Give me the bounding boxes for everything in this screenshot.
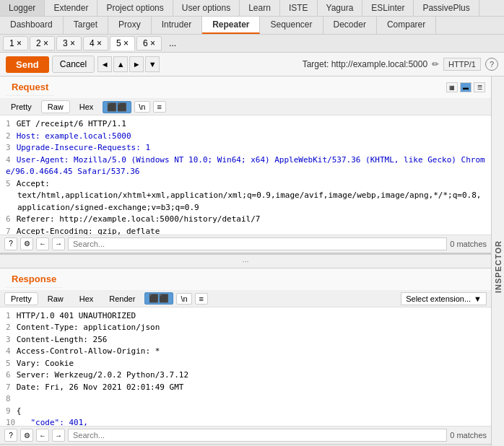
resp-line-9: 9{ <box>6 406 485 418</box>
resp-btn-newline[interactable]: \n <box>176 293 191 305</box>
resp-tab-hex[interactable]: Hex <box>73 292 100 305</box>
req-line-7: 7Accept-Encoding: gzip, deflate <box>6 226 485 235</box>
tab-2[interactable]: 2 × <box>30 36 55 51</box>
request-search-input[interactable] <box>68 237 447 250</box>
main-content: Request ▦ ▬ ☰ Pretty Raw Hex ⬛⬛ \n ≡ 1GE… <box>0 76 504 446</box>
editor-panels: Request ▦ ▬ ☰ Pretty Raw Hex ⬛⬛ \n ≡ 1GE… <box>0 76 491 446</box>
resp-line-10: 10 "code": 401, <box>6 417 485 426</box>
req-line-4: 4User-Agent: Mozilla/5.0 (Windows NT 10.… <box>6 154 485 178</box>
resp-tab-pretty[interactable]: Pretty <box>4 292 38 305</box>
cancel-button[interactable]: Cancel <box>52 56 95 73</box>
resp-line-1: 1HTTP/1.0 401 UNAUTHORIZED <box>6 310 485 323</box>
request-editor-toolbar: Pretty Raw Hex ⬛⬛ \n ≡ <box>0 99 491 115</box>
nav-user-options[interactable]: User options <box>173 0 240 16</box>
req-line-5b: text/html,application/xhtml+xml,applicat… <box>6 190 485 214</box>
toolbar: Send Cancel ◄ ▲ ► ▼ Target: http://examp… <box>0 53 504 76</box>
response-search-bar: ? ⚙ ← → 0 matches <box>0 426 491 444</box>
second-nav: Dashboard Target Proxy Intruder Repeater… <box>0 17 504 35</box>
edit-target-icon[interactable]: ✏ <box>432 59 439 69</box>
nav-back-button[interactable]: ◄ <box>97 56 112 72</box>
nav-intruder[interactable]: Intruder <box>152 17 202 34</box>
tab-more[interactable]: ... <box>163 37 182 50</box>
panel-divider[interactable]: ··· <box>0 254 491 268</box>
nav-repeater[interactable]: Repeater <box>202 17 260 34</box>
nav-learn[interactable]: Learn <box>240 0 280 16</box>
resp-btn-wrap[interactable]: ⬛⬛ <box>144 292 173 305</box>
tab-3[interactable]: 3 × <box>56 36 82 51</box>
tab-1[interactable]: 1 × <box>3 36 28 51</box>
nav-decoder[interactable]: Decoder <box>323 17 377 34</box>
request-search-bar: ? ⚙ ← → 0 matches <box>0 235 491 253</box>
response-search-input[interactable] <box>68 429 447 442</box>
req-line-6: 6Referer: http://example.local:5000/hist… <box>6 214 485 226</box>
resp-line-4: 4Access-Control-Allow-Origin: * <box>6 346 485 358</box>
extension-label: Select extension... <box>406 294 471 303</box>
req-search-prev-icon[interactable]: ← <box>36 237 49 250</box>
nav-up-button[interactable]: ▲ <box>113 56 128 72</box>
request-code-area[interactable]: 1GET /receipt/6 HTTP/1.1 2Host: example.… <box>0 115 491 235</box>
resp-line-7: 7Date: Fri, 26 Nov 2021 02:01:49 GMT <box>6 382 485 394</box>
resp-line-3: 3Content-Length: 256 <box>6 334 485 346</box>
nav-passiveplus[interactable]: PassivePlus <box>414 0 479 16</box>
resp-search-next-icon[interactable]: → <box>52 429 65 442</box>
nav-proxy[interactable]: Proxy <box>108 17 152 34</box>
req-line-1: 1GET /receipt/6 HTTP/1.1 <box>6 118 485 131</box>
request-title: Request <box>6 79 54 96</box>
req-tab-raw[interactable]: Raw <box>41 100 70 113</box>
req-tab-hex[interactable]: Hex <box>73 100 100 113</box>
request-panel: Request ▦ ▬ ☰ Pretty Raw Hex ⬛⬛ \n ≡ 1GE… <box>0 76 491 254</box>
nav-forward-button[interactable]: ► <box>129 56 144 72</box>
response-editor-toolbar: Pretty Raw Hex Render ⬛⬛ \n ≡ Select ext… <box>0 291 491 307</box>
req-btn-menu[interactable]: ≡ <box>153 101 166 113</box>
help-icon[interactable]: ? <box>485 58 498 71</box>
req-search-settings-icon[interactable]: ⚙ <box>20 237 33 250</box>
target-text: Target: http://example.local:5000 <box>303 59 427 69</box>
view-split-icon[interactable]: ▦ <box>446 82 458 92</box>
top-nav: Logger Extender Project options User opt… <box>0 0 504 17</box>
extension-selector[interactable]: Select extension... ▼ <box>401 292 487 305</box>
resp-search-settings-icon[interactable]: ⚙ <box>20 429 33 442</box>
resp-search-help-icon[interactable]: ? <box>4 429 17 442</box>
response-title: Response <box>6 271 62 288</box>
nav-iste[interactable]: ISTE <box>280 0 318 16</box>
req-tab-pretty[interactable]: Pretty <box>4 100 38 113</box>
resp-tab-raw[interactable]: Raw <box>41 292 70 305</box>
response-code-area[interactable]: 1HTTP/1.0 401 UNAUTHORIZED 2Content-Type… <box>0 307 491 427</box>
nav-comparer[interactable]: Comparer <box>377 17 436 34</box>
req-line-2: 2Host: example.local:5000 <box>6 131 485 143</box>
response-panel: Response Pretty Raw Hex Render ⬛⬛ \n ≡ S… <box>0 268 491 445</box>
request-search-count: 0 matches <box>450 240 487 248</box>
nav-yagura[interactable]: Yagura <box>318 0 363 16</box>
req-search-help-icon[interactable]: ? <box>4 237 17 250</box>
nav-project-options[interactable]: Project options <box>97 0 173 16</box>
resp-search-prev-icon[interactable]: ← <box>36 429 49 442</box>
resp-line-5: 5Vary: Cookie <box>6 358 485 370</box>
req-btn-wrap[interactable]: ⬛⬛ <box>103 101 131 113</box>
tab-6[interactable]: 6 × <box>136 36 162 51</box>
view-list-icon[interactable]: ☰ <box>474 82 485 92</box>
resp-line-2: 2Content-Type: application/json <box>6 322 485 334</box>
req-btn-newline[interactable]: \n <box>134 101 149 113</box>
resp-line-6: 6Server: Werkzeug/2.0.2 Python/3.7.12 <box>6 370 485 382</box>
resp-btn-menu[interactable]: ≡ <box>195 293 208 305</box>
inspector-label: INSPECTOR <box>494 240 503 293</box>
resp-line-8: 8 <box>6 393 485 406</box>
nav-target[interactable]: Target <box>64 17 108 34</box>
tab-5[interactable]: 5 × <box>110 36 135 51</box>
tab-4[interactable]: 4 × <box>83 36 108 51</box>
nav-eslinter[interactable]: ESLinter <box>362 0 414 16</box>
send-button[interactable]: Send <box>6 56 49 73</box>
response-search-count: 0 matches <box>450 431 487 440</box>
resp-tab-render[interactable]: Render <box>103 292 142 305</box>
http-version-badge[interactable]: HTTP/1 <box>443 58 481 71</box>
tabs-row: 1 × 2 × 3 × 4 × 5 × 6 × ... <box>0 35 504 53</box>
req-line-3: 3Upgrade-Insecure-Requests: 1 <box>6 142 485 154</box>
req-line-5: 5Accept: <box>6 178 485 191</box>
nav-logger[interactable]: Logger <box>0 0 45 16</box>
nav-extender[interactable]: Extender <box>45 0 97 16</box>
nav-sequencer[interactable]: Sequencer <box>260 17 323 34</box>
view-single-icon[interactable]: ▬ <box>460 82 472 92</box>
nav-dashboard[interactable]: Dashboard <box>0 17 64 34</box>
req-search-next-icon[interactable]: → <box>52 237 65 250</box>
nav-down-button[interactable]: ▼ <box>145 56 160 72</box>
